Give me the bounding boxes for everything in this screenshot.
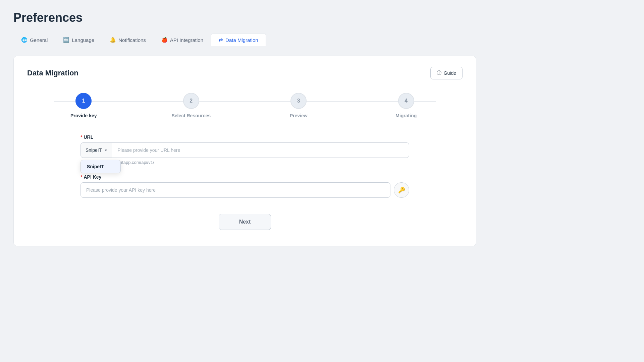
main-card: Data Migration ⓘ Guide 1 Provide key 2 S…: [13, 56, 476, 246]
key-icon: 🔑: [398, 187, 405, 194]
language-icon: 🔤: [63, 37, 69, 43]
card-header: Data Migration ⓘ Guide: [27, 67, 463, 79]
page-title: Preferences: [13, 11, 631, 25]
api-key-input[interactable]: [80, 182, 390, 198]
apple-icon: 🍎: [161, 37, 168, 43]
step-label-1: Provide key: [70, 113, 97, 118]
tabs-bar: 🌐 General 🔤 Language 🔔 Notifications 🍎 A…: [13, 33, 631, 46]
tab-api-integration[interactable]: 🍎 API Integration: [154, 33, 211, 46]
guide-button[interactable]: ⓘ Guide: [430, 67, 463, 79]
tab-notifications[interactable]: 🔔 Notifications: [102, 33, 154, 46]
api-key-label: * API Key: [80, 174, 409, 180]
tab-data-migration[interactable]: ⇄ Data Migration: [211, 33, 266, 46]
step-circle-1: 1: [75, 93, 92, 109]
stepper: 1 Provide key 2 Select Resources 3 Previ…: [27, 93, 463, 118]
step-3: 3 Preview: [245, 93, 353, 118]
dropdown-item-snipeit[interactable]: SnipeIT: [81, 160, 120, 173]
url-hint: https://develop.snipeitapp.com/api/v1/: [80, 160, 409, 165]
tab-general[interactable]: 🌐 General: [13, 33, 55, 46]
globe-icon: 🌐: [21, 37, 28, 43]
migration-icon: ⇄: [219, 37, 223, 43]
url-type-dropdown: SnipeIT: [80, 160, 121, 173]
next-button-row: Next: [80, 214, 409, 230]
chevron-down-icon: ▾: [105, 148, 107, 153]
help-circle-icon: ⓘ: [437, 70, 441, 76]
url-type-select[interactable]: SnipeIT ▾: [80, 142, 112, 158]
step-circle-2: 2: [183, 93, 199, 109]
next-button[interactable]: Next: [219, 214, 271, 230]
card-title: Data Migration: [27, 69, 78, 77]
bell-icon: 🔔: [110, 37, 116, 43]
step-label-4: Migrating: [395, 113, 417, 118]
step-4: 4 Migrating: [353, 93, 460, 118]
step-circle-3: 3: [290, 93, 307, 109]
step-2: 2 Select Resources: [138, 93, 245, 118]
step-circle-4: 4: [398, 93, 414, 109]
api-key-field-group: * API Key 🔑: [80, 174, 409, 198]
step-label-2: Select Resources: [171, 113, 211, 118]
url-label: * URL: [80, 134, 409, 140]
step-label-3: Preview: [290, 113, 308, 118]
url-input-row: SnipeIT ▾ SnipeIT: [80, 142, 409, 158]
url-field-group: * URL SnipeIT ▾ SnipeIT https://develop.…: [80, 134, 409, 165]
url-input[interactable]: [112, 142, 409, 158]
tab-language[interactable]: 🔤 Language: [55, 33, 102, 46]
generate-key-button[interactable]: 🔑: [394, 182, 409, 198]
step-1: 1 Provide key: [30, 93, 138, 118]
form-section: * URL SnipeIT ▾ SnipeIT https://develop.…: [80, 134, 409, 230]
api-key-row: 🔑: [80, 182, 409, 198]
